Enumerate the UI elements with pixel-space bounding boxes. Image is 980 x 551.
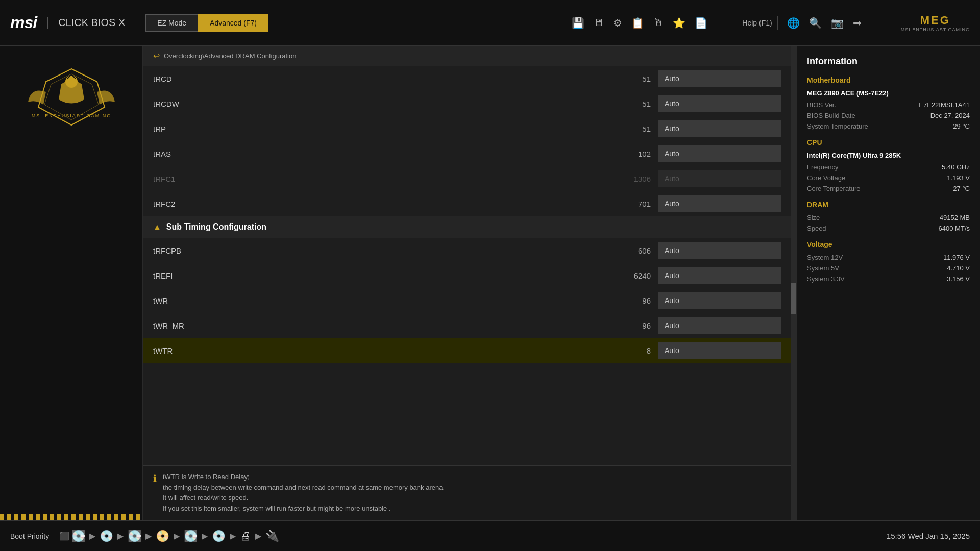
dram-speed-value: 6400 MT/s bbox=[939, 224, 970, 232]
setting-name: tRFC1 bbox=[153, 174, 610, 183]
datetime: 15:56 Wed Jan 15, 2025 bbox=[887, 532, 970, 540]
hdd-icon-3[interactable]: 💽 bbox=[128, 530, 141, 543]
sub-timing-section-header: ▲ Sub Timing Configuration bbox=[143, 216, 791, 238]
meg-brand: MEG bbox=[920, 14, 950, 27]
main-content: ↩ Overclocking\Advanced DRAM Configurati… bbox=[143, 46, 791, 520]
description-text: tWTR is Write to Read Delay; the timing … bbox=[163, 472, 445, 514]
hdd-icon-1[interactable]: 💽 bbox=[71, 530, 85, 543]
hdd-icon-6[interactable]: 💿 bbox=[212, 530, 226, 543]
setting-dropdown-twrmr[interactable]: Auto bbox=[658, 317, 781, 334]
document-icon[interactable]: 📄 bbox=[695, 17, 707, 29]
memory-icon[interactable]: 📋 bbox=[631, 17, 644, 29]
hdd-icon-5[interactable]: 💽 bbox=[184, 530, 198, 543]
meg-subtitle: MSI ENTHUSIAST GAMING bbox=[901, 27, 970, 32]
search-icon[interactable]: 🔍 bbox=[809, 17, 822, 29]
star-icon[interactable]: ⭐ bbox=[673, 17, 685, 29]
main-layout: MSI ENTHUSIAST GAMING ↩ Overclocking\Adv… bbox=[0, 46, 980, 520]
info-section-voltage: Voltage bbox=[807, 240, 970, 248]
boot-device-8: 🔌 bbox=[265, 530, 279, 543]
sidebar-deco-bottom bbox=[0, 514, 142, 520]
table-row: tRAS 102 Auto bbox=[143, 141, 791, 166]
info-label: Size bbox=[807, 214, 820, 221]
exit-icon[interactable]: ➡ bbox=[853, 17, 862, 29]
info-label: BIOS Build Date bbox=[807, 112, 855, 119]
breadcrumb-path: Overclocking\Advanced DRAM Configuration bbox=[164, 52, 296, 60]
advanced-mode-button[interactable]: Advanced (F7) bbox=[198, 14, 268, 32]
back-icon[interactable]: ↩ bbox=[153, 51, 160, 61]
meg-logo: MEG MSI ENTHUSIAST GAMING bbox=[901, 14, 970, 32]
boot-priority-label: Boot Priority bbox=[10, 532, 49, 540]
setting-dropdown-twtr[interactable]: Auto bbox=[658, 342, 781, 359]
info-row: Size 49152 MB bbox=[807, 214, 970, 221]
info-row: Frequency 5.40 GHz bbox=[807, 163, 970, 171]
info-row: System Temperature 29 °C bbox=[807, 122, 970, 130]
info-panel: Information Motherboard MEG Z890 ACE (MS… bbox=[796, 46, 980, 520]
info-row: System 12V 11.976 V bbox=[807, 254, 970, 261]
system-temp-value: 29 °C bbox=[953, 122, 970, 130]
setting-value: 8 bbox=[610, 346, 651, 355]
setting-dropdown-trcd[interactable]: Auto bbox=[658, 70, 781, 87]
cpu-icon[interactable]: 🖥 bbox=[594, 17, 604, 29]
setting-value: 51 bbox=[610, 99, 651, 108]
boot-arrow: ▶ bbox=[230, 531, 236, 541]
scrollbar[interactable] bbox=[791, 46, 796, 520]
screenshot-icon[interactable]: 📷 bbox=[831, 17, 844, 29]
save-icon[interactable]: 💾 bbox=[572, 17, 584, 29]
setting-value: 606 bbox=[610, 246, 651, 255]
setting-value: 6240 bbox=[610, 271, 651, 280]
table-row: tRFC2 701 Auto bbox=[143, 191, 791, 216]
boot-device-4: 📀 bbox=[156, 530, 169, 543]
info-section-motherboard: Motherboard bbox=[807, 76, 970, 84]
boot-arrow: ▶ bbox=[174, 531, 180, 541]
core-temp-value: 27 °C bbox=[953, 185, 970, 192]
table-row: tREFI 6240 Auto bbox=[143, 263, 791, 288]
hdd-icon-2[interactable]: 💿 bbox=[100, 530, 113, 543]
boot-arrow: ▶ bbox=[117, 531, 124, 541]
boot-arrow: ▶ bbox=[255, 531, 261, 541]
collapse-icon[interactable]: ▲ bbox=[153, 222, 161, 232]
setting-dropdown-trfc2[interactable]: Auto bbox=[658, 195, 781, 212]
setting-dropdown-trcdw[interactable]: Auto bbox=[658, 95, 781, 112]
system-33v-value: 3.156 V bbox=[947, 275, 970, 283]
dram-size-value: 49152 MB bbox=[940, 214, 970, 221]
boot-device-1: ⬛ 💽 bbox=[59, 530, 85, 543]
setting-dropdown-tras[interactable]: Auto bbox=[658, 145, 781, 162]
info-icon: ℹ bbox=[153, 473, 157, 514]
info-row: BIOS Build Date Dec 27, 2024 bbox=[807, 112, 970, 119]
desc-line-2: the timing delay between write command a… bbox=[163, 483, 445, 493]
system-12v-value: 11.976 V bbox=[943, 254, 970, 261]
fan-icon[interactable]: ⚙ bbox=[613, 17, 622, 29]
sub-timing-title: Sub Timing Configuration bbox=[166, 222, 266, 232]
usb-icon[interactable]: 🖨 bbox=[240, 530, 251, 543]
table-row: tRFCPB 606 Auto bbox=[143, 238, 791, 263]
boot-arrow: ▶ bbox=[202, 531, 208, 541]
language-icon[interactable]: 🌐 bbox=[787, 17, 800, 29]
monitor-icon[interactable]: 🖱 bbox=[653, 17, 664, 29]
network-icon[interactable]: 🔌 bbox=[265, 530, 279, 543]
setting-dropdown-twr[interactable]: Auto bbox=[658, 292, 781, 309]
ez-mode-button[interactable]: EZ Mode bbox=[145, 14, 198, 32]
desc-line-3: It will affect read/write speed. bbox=[163, 493, 445, 504]
boot-device-7: 🖨 bbox=[240, 530, 251, 543]
info-row: BIOS Ver. E7E22IMSI.1A41 bbox=[807, 101, 970, 109]
info-row: Speed 6400 MT/s bbox=[807, 224, 970, 232]
info-label: BIOS Ver. bbox=[807, 101, 836, 109]
setting-dropdown-trfcpb[interactable]: Auto bbox=[658, 242, 781, 259]
help-button[interactable]: Help (F1) bbox=[737, 16, 777, 30]
top-bar: msi CLICK BIOS X EZ Mode Advanced (F7) 💾… bbox=[0, 0, 980, 46]
setting-dropdown-trefi[interactable]: Auto bbox=[658, 267, 781, 284]
setting-dropdown-trp[interactable]: Auto bbox=[658, 120, 781, 137]
system-5v-value: 4.710 V bbox=[947, 264, 970, 272]
setting-value: 701 bbox=[610, 199, 651, 208]
table-row: tRCD 51 Auto bbox=[143, 66, 791, 91]
table-row: tRCDW 51 Auto bbox=[143, 91, 791, 116]
setting-name: tRFCPB bbox=[153, 246, 610, 255]
svg-text:MSI ENTHUSIAST GAMING: MSI ENTHUSIAST GAMING bbox=[31, 113, 111, 118]
boot-device-icon-1: ⬛ bbox=[59, 531, 69, 541]
info-row: Core Voltage 1.193 V bbox=[807, 174, 970, 182]
settings-list: tRCD 51 Auto tRCDW 51 Auto tRP 51 Auto bbox=[143, 66, 791, 465]
hdd-icon-4[interactable]: 📀 bbox=[156, 530, 169, 543]
msi-logo: msi bbox=[10, 13, 37, 32]
table-row: tWR 96 Auto bbox=[143, 288, 791, 313]
desc-line-1: tWTR is Write to Read Delay; bbox=[163, 472, 445, 483]
